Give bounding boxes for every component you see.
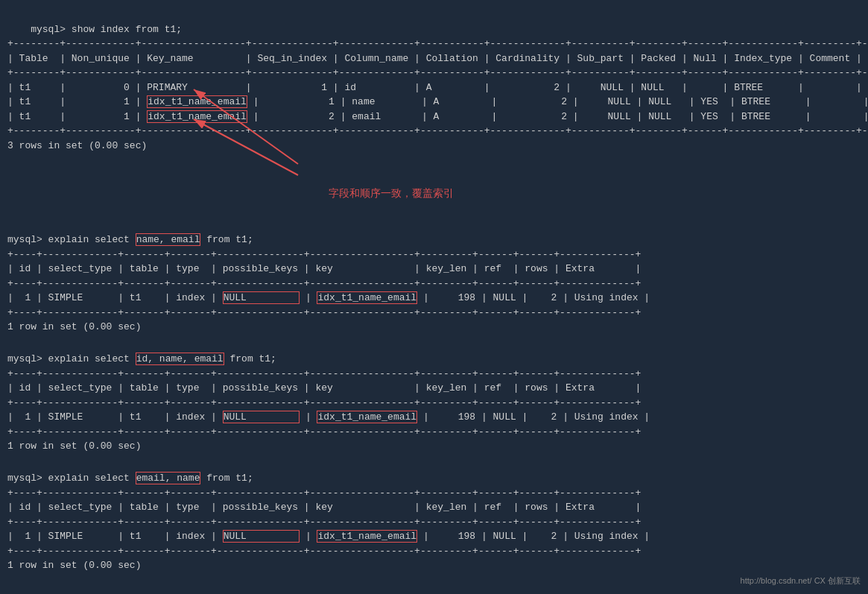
highlight-idx-email: idx_t1_name_email [147, 110, 247, 123]
line-7: | t1 | 1 | idx_t1_name_email | 2 | email… [7, 110, 868, 123]
terminal-explain-2: mysql> explain select id, name, email fr… [7, 338, 861, 454]
explain-2-result: 1 row in set (0.00 sec) [7, 440, 141, 452]
line-3: | Table | Non_unique | Key_name | Seq_in… [7, 53, 868, 64]
explain-3-footer: +----+-------------+-------+-------+----… [7, 546, 641, 557]
watermark: http://blog.csdn.net/ CX 创新互联 [741, 575, 861, 587]
highlight-id-name-email: id, name, email [136, 353, 224, 365]
highlight-name-email-1: name, email [136, 233, 201, 246]
terminal-explain-3: mysql> explain select email, name from t… [7, 457, 861, 573]
explain-3-cmd: mysql> explain select email, name from t… [7, 472, 253, 484]
terminal-explain-1: mysql> explain select name, email from t… [7, 218, 861, 335]
explain-2-cmd: mysql> explain select id, name, email fr… [7, 353, 276, 365]
explain-1-result: 1 row in set (0.00 sec) [7, 321, 141, 332]
explain-2-header-border-top: +----+-------------+-------+-------+----… [7, 368, 641, 379]
highlight-email-name: email, name [136, 472, 201, 484]
annotation-text: 字段和顺序一致，覆盖索引 [329, 187, 454, 199]
annotation-section: 字段和顺序一致，覆盖索引 [7, 153, 861, 212]
explain-3-header-border-top: +----+-------------+-------+-------+----… [7, 487, 641, 499]
highlight-key-1: idx_t1_name_email [317, 291, 417, 304]
line-8: +--------+------------+-----------------… [7, 125, 868, 136]
terminal-output: mysql> show index from t1; +--------+---… [7, 7, 861, 153]
explain-1-header-border-bot: +----+-------------+-------+-------+----… [7, 278, 641, 289]
explain-3-row: | 1 | SIMPLE | t1 | index | NULL | idx_t… [7, 530, 650, 543]
explain-2-footer: +----+-------------+-------+-------+----… [7, 426, 641, 437]
explain-2-row: | 1 | SIMPLE | t1 | index | NULL | idx_t… [7, 411, 650, 423]
explain-1-cmd: mysql> explain select name, email from t… [7, 233, 253, 246]
highlight-null-2: NULL [223, 411, 300, 423]
line-2: +--------+------------+-----------------… [7, 38, 868, 49]
highlight-key-2: idx_t1_name_email [317, 411, 417, 423]
explain-1-header-border-top: +----+-------------+-------+-------+----… [7, 249, 641, 260]
highlight-key-3: idx_t1_name_email [317, 530, 417, 543]
explain-3-header: | id | select_type | table | type | poss… [7, 502, 641, 513]
explain-1-footer: +----+-------------+-------+-------+----… [7, 307, 641, 318]
highlight-null-1: NULL [223, 291, 300, 304]
explain-2-header: | id | select_type | table | type | poss… [7, 382, 641, 394]
line-4: +--------+------------+-----------------… [7, 67, 868, 78]
explain-3-result: 1 row in set (0.00 sec) [7, 560, 141, 571]
explain-1-header: | id | select_type | table | type | poss… [7, 263, 641, 274]
line-5: | t1 | 0 | PRIMARY | 1 | id | A | 2 | NU… [7, 82, 868, 93]
highlight-idx-name: idx_t1_name_email [147, 95, 247, 108]
line-6: | t1 | 1 | idx_t1_name_email | 1 | name … [7, 95, 868, 108]
page-container: mysql> show index from t1; +--------+---… [7, 7, 861, 573]
explain-3-header-border-bot: +----+-------------+-------+-------+----… [7, 516, 641, 528]
explain-2-header-border-bot: +----+-------------+-------+-------+----… [7, 397, 641, 408]
line-1: mysql> show index from t1; [31, 24, 182, 35]
highlight-null-3: NULL [223, 530, 300, 543]
explain-1-row: | 1 | SIMPLE | t1 | index | NULL | idx_t… [7, 291, 650, 304]
line-9: 3 rows in set (0.00 sec) [7, 140, 147, 151]
